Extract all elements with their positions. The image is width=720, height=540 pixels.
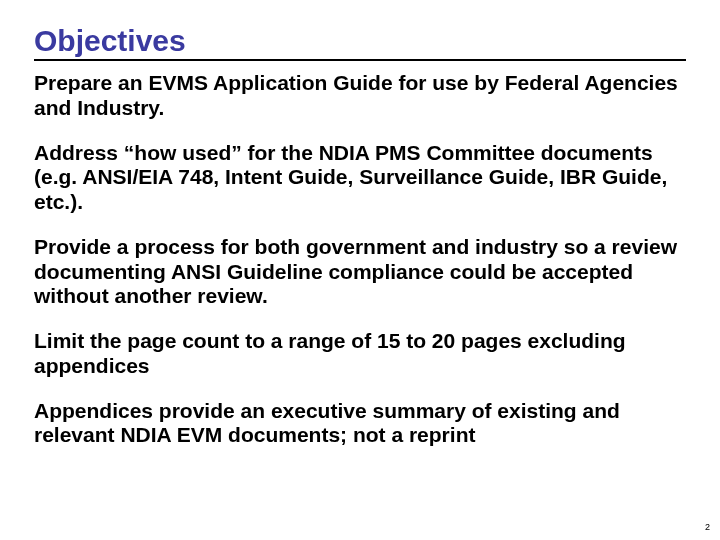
paragraph: Prepare an EVMS Application Guide for us… xyxy=(34,71,686,121)
slide-title: Objectives xyxy=(34,24,686,61)
paragraph: Appendices provide an executive summary … xyxy=(34,399,686,449)
paragraph: Provide a process for both government an… xyxy=(34,235,686,309)
paragraph: Address “how used” for the NDIA PMS Comm… xyxy=(34,141,686,215)
page-number: 2 xyxy=(705,522,710,532)
slide: Objectives Prepare an EVMS Application G… xyxy=(0,0,720,540)
paragraph: Limit the page count to a range of 15 to… xyxy=(34,329,686,379)
